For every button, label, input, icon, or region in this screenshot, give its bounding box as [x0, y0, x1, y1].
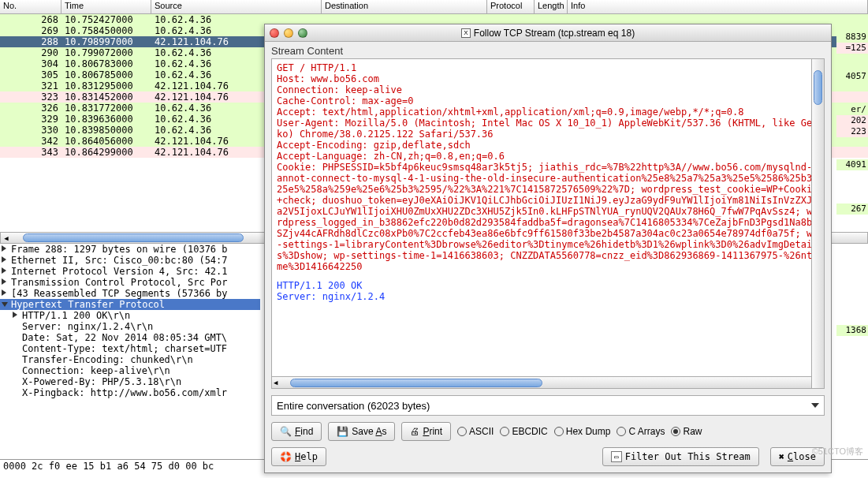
close-icon: ✖: [779, 451, 784, 462]
tree-item[interactable]: X-Pingback: http://www.bo56.com/xmlr: [0, 387, 260, 398]
expand-icon[interactable]: [2, 302, 8, 307]
x11-icon: X: [461, 28, 471, 38]
dialog-title: XFollow TCP Stream (tcp.stream eq 18): [265, 28, 831, 39]
tree-item[interactable]: X-Powered-By: PHP/5.3.18\r\n: [0, 376, 260, 387]
minimize-window-icon[interactable]: [284, 28, 293, 38]
watermark: ©51CTO博客: [812, 446, 863, 457]
expand-icon[interactable]: [2, 289, 6, 296]
search-icon: 🔍: [280, 426, 292, 437]
save-icon: 💾: [337, 426, 348, 437]
help-button[interactable]: 🛟Help: [271, 447, 326, 466]
tree-item[interactable]: Frame 288: 1297 bytes on wire (10376 b: [0, 244, 260, 255]
stream-content-label: Stream Content: [265, 42, 831, 57]
overflow-cell: =125: [836, 43, 868, 54]
col-destination[interactable]: Destination: [322, 0, 487, 13]
tree-item[interactable]: HTTP/1.1 200 OK\r\n: [0, 310, 260, 321]
overflow-cell: 267: [836, 204, 868, 215]
radio-hexdump[interactable]: Hex Dump: [554, 426, 611, 437]
expand-icon[interactable]: [2, 256, 6, 263]
print-button[interactable]: 🖨Print: [401, 422, 451, 441]
conversation-selector[interactable]: Entire conversation (62023 bytes): [271, 395, 825, 416]
packet-details-tree: Frame 288: 1297 bytes on wire (10376 bEt…: [0, 244, 260, 457]
radio-carrays[interactable]: C Arrays: [617, 426, 665, 437]
col-protocol[interactable]: Protocol: [487, 0, 535, 13]
expand-icon[interactable]: [13, 312, 17, 318]
table-header: No. Time Source Destination Protocol Len…: [0, 0, 868, 14]
expand-icon[interactable]: [2, 278, 6, 285]
expand-icon[interactable]: [2, 245, 6, 252]
tree-item[interactable]: Content-Type: text/html; charset=UTF: [0, 343, 260, 354]
overflow-cell: 223: [836, 126, 868, 137]
right-overflow-column: 8839=1254057er/20222340912671368: [836, 14, 868, 459]
stream-content-text[interactable]: GET / HTTP/1.1 Host: www.bo56.com Connec…: [271, 58, 825, 389]
overflow-cell: er/: [836, 104, 868, 115]
overflow-cell: 8839: [836, 32, 868, 43]
filter-icon: ▭: [611, 451, 622, 462]
radio-ascii[interactable]: ASCII: [457, 426, 494, 437]
filter-out-button[interactable]: ▭Filter Out This Stream: [602, 447, 759, 466]
col-source[interactable]: Source: [151, 0, 322, 13]
scroll-thumb[interactable]: [23, 233, 244, 242]
dropdown-arrow-icon: [811, 403, 819, 408]
tree-item[interactable]: Transmission Control Protocol, Src Por: [0, 277, 260, 288]
radio-raw[interactable]: Raw: [671, 426, 702, 437]
tree-item[interactable]: Internet Protocol Version 4, Src: 42.1: [0, 266, 260, 277]
col-length[interactable]: Length: [535, 0, 568, 13]
tree-item[interactable]: Server: nginx/1.2.4\r\n: [0, 321, 260, 332]
help-icon: 🛟: [280, 451, 292, 462]
tree-item[interactable]: Ethernet II, Src: Cisco_00:bc:80 (54:7: [0, 255, 260, 266]
tree-item[interactable]: Date: Sat, 22 Nov 2014 08:05:34 GMT\: [0, 332, 260, 343]
follow-tcp-stream-dialog: XFollow TCP Stream (tcp.stream eq 18) St…: [264, 24, 832, 473]
find-button[interactable]: 🔍Find: [271, 422, 322, 441]
overflow-cell: 4057: [836, 71, 868, 82]
col-no[interactable]: No.: [0, 0, 61, 13]
col-time[interactable]: Time: [61, 0, 151, 13]
overflow-cell: 1368: [836, 325, 868, 336]
content-vscroll[interactable]: [811, 59, 824, 388]
dialog-titlebar[interactable]: XFollow TCP Stream (tcp.stream eq 18): [265, 24, 831, 42]
print-icon: 🖨: [410, 426, 419, 437]
overflow-cell: 202: [836, 115, 868, 126]
tree-item[interactable]: Transfer-Encoding: chunked\r\n: [0, 354, 260, 365]
expand-icon[interactable]: [2, 267, 6, 274]
scroll-left-icon[interactable]: ◀: [1, 234, 12, 242]
radio-ebcdic[interactable]: EBCDIC: [500, 426, 547, 437]
col-info[interactable]: Info: [568, 0, 868, 13]
maximize-window-icon[interactable]: [298, 28, 307, 38]
tree-item[interactable]: Hypertext Transfer Protocol: [0, 299, 260, 310]
content-hscroll[interactable]: ◀: [272, 376, 811, 388]
save-as-button[interactable]: 💾Save As: [328, 422, 395, 441]
tree-item[interactable]: Connection: keep-alive\r\n: [0, 365, 260, 376]
close-window-icon[interactable]: [270, 28, 279, 38]
overflow-cell: 4091: [836, 159, 868, 170]
tree-item[interactable]: [43 Reassembled TCP Segments (57366 by: [0, 288, 260, 299]
